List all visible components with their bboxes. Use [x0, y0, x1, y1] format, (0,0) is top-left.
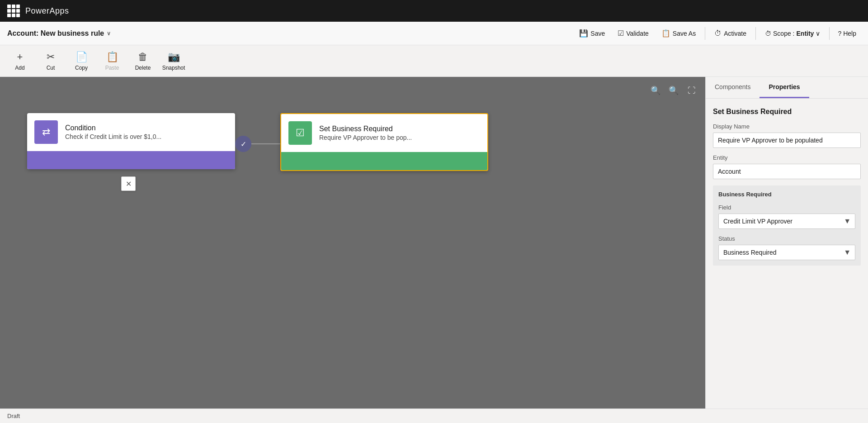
fit-screen-button[interactable]: ⛶ — [684, 83, 699, 98]
panel-tabs: Components Properties — [706, 77, 868, 99]
condition-card-subtitle: Check if Credit Limit is over $1,0... — [65, 133, 161, 140]
tab-properties[interactable]: Properties — [760, 77, 809, 98]
entity-input[interactable] — [713, 164, 861, 179]
title-chevron-icon: ∨ — [107, 30, 111, 37]
help-button[interactable]: ? Help — [833, 27, 861, 40]
x-button[interactable]: ✕ — [121, 176, 136, 191]
copy-icon: 📄 — [75, 51, 88, 63]
save-as-icon: 📋 — [661, 29, 670, 38]
validate-icon: ☑ — [618, 29, 624, 38]
right-panel: Components Properties Set Business Requi… — [705, 77, 868, 409]
breadcrumb[interactable]: Account: New business rule ∨ — [7, 29, 111, 38]
status-bar: Draft — [0, 409, 868, 423]
scope-icon: ⏱ — [765, 30, 771, 37]
status-text: Draft — [7, 413, 20, 419]
condition-card-header: ⇄ Condition Check if Credit Limit is ove… — [27, 113, 235, 151]
x-icon: ✕ — [126, 180, 132, 188]
display-name-label: Display Name — [713, 123, 861, 130]
connector-check-icon: ✓ — [235, 136, 251, 152]
zoom-out-icon: 🔍 — [651, 86, 660, 95]
canvas[interactable]: 🔍 🔍 ⛶ ⇄ Condition Check if Credit Limit … — [0, 77, 705, 409]
condition-card-title: Condition — [65, 124, 161, 132]
snapshot-icon: 📷 — [168, 51, 180, 63]
app-name: PowerApps — [25, 6, 69, 16]
separator3 — [829, 27, 830, 40]
main-layout: 🔍 🔍 ⛶ ⇄ Condition Check if Credit Limit … — [0, 77, 868, 409]
tab-components[interactable]: Components — [706, 77, 760, 98]
delete-icon: 🗑 — [138, 51, 148, 63]
title-bar: Account: New business rule ∨ 💾 Save ☑ Va… — [0, 22, 868, 45]
sbr-card-text: Set Business Required Require VP Approve… — [319, 125, 412, 141]
business-required-title: Business Required — [718, 191, 855, 198]
panel-content: Set Business Required Display Name Entit… — [706, 99, 868, 409]
page-title: Account: New business rule — [7, 29, 104, 38]
status-select-wrapper: Business Required ▼ — [718, 245, 855, 260]
canvas-controls: 🔍 🔍 ⛶ — [648, 83, 699, 98]
validate-button[interactable]: ☑ Validate — [612, 26, 654, 40]
sbr-icon-box: ☑ — [288, 121, 312, 145]
fit-screen-icon: ⛶ — [688, 86, 696, 95]
condition-card-footer — [27, 151, 235, 169]
save-as-button[interactable]: 📋 Save As — [656, 26, 701, 40]
cut-icon: ✂ — [47, 51, 55, 63]
field-label: Field — [718, 204, 855, 211]
sbr-card-subtitle: Require VP Approver to be pop... — [319, 134, 412, 141]
save-icon: 💾 — [579, 29, 588, 38]
save-button[interactable]: 💾 Save — [574, 26, 610, 40]
condition-icon: ⇄ — [42, 126, 50, 138]
sbr-card-footer — [281, 152, 487, 170]
help-icon: ? — [838, 30, 841, 37]
sbr-icon: ☑ — [296, 127, 305, 139]
separator — [705, 27, 705, 40]
activate-icon: ⏱ — [714, 29, 722, 38]
panel-section-title: Set Business Required — [713, 108, 861, 116]
sbr-card[interactable]: ☑ Set Business Required Require VP Appro… — [280, 113, 488, 171]
zoom-in-icon: 🔍 — [669, 86, 679, 95]
waffle-icon[interactable] — [7, 5, 20, 17]
status-label: Status — [718, 235, 855, 242]
cut-button[interactable]: ✂ Cut — [36, 47, 65, 75]
business-required-subsection: Business Required Field Credit Limit VP … — [713, 185, 861, 266]
separator2 — [755, 27, 756, 40]
condition-card[interactable]: ⇄ Condition Check if Credit Limit is ove… — [27, 113, 235, 169]
paste-icon: 📋 — [106, 51, 118, 63]
title-actions: 💾 Save ☑ Validate 📋 Save As ⏱ Activate ⏱… — [574, 26, 861, 40]
field-select-wrapper: Credit Limit VP Approver ▼ — [718, 214, 855, 229]
add-icon: + — [17, 51, 23, 63]
sbr-card-header: ☑ Set Business Required Require VP Appro… — [281, 114, 487, 152]
copy-button[interactable]: 📄 Copy — [67, 47, 96, 75]
status-select[interactable]: Business Required — [718, 245, 855, 260]
add-button[interactable]: + Add — [5, 47, 34, 75]
field-select[interactable]: Credit Limit VP Approver — [718, 214, 855, 229]
scope-chevron-icon: ∨ — [816, 30, 820, 37]
connector: ✓ — [235, 136, 288, 152]
paste-button[interactable]: 📋 Paste — [98, 47, 127, 75]
sbr-card-title: Set Business Required — [319, 125, 412, 133]
top-bar: PowerApps — [0, 0, 868, 22]
activate-button[interactable]: ⏱ Activate — [709, 27, 752, 40]
zoom-in-button[interactable]: 🔍 — [666, 83, 681, 98]
scope-button[interactable]: ⏱ Scope : Entity ∨ — [760, 27, 826, 40]
zoom-out-button[interactable]: 🔍 — [648, 83, 663, 98]
condition-card-text: Condition Check if Credit Limit is over … — [65, 124, 161, 140]
snapshot-button[interactable]: 📷 Snapshot — [159, 47, 188, 75]
condition-icon-box: ⇄ — [34, 120, 58, 144]
display-name-input[interactable] — [713, 133, 861, 148]
delete-button[interactable]: 🗑 Delete — [128, 47, 157, 75]
entity-label: Entity — [713, 154, 861, 161]
toolbar: + Add ✂ Cut 📄 Copy 📋 Paste 🗑 Delete 📷 Sn… — [0, 45, 868, 77]
